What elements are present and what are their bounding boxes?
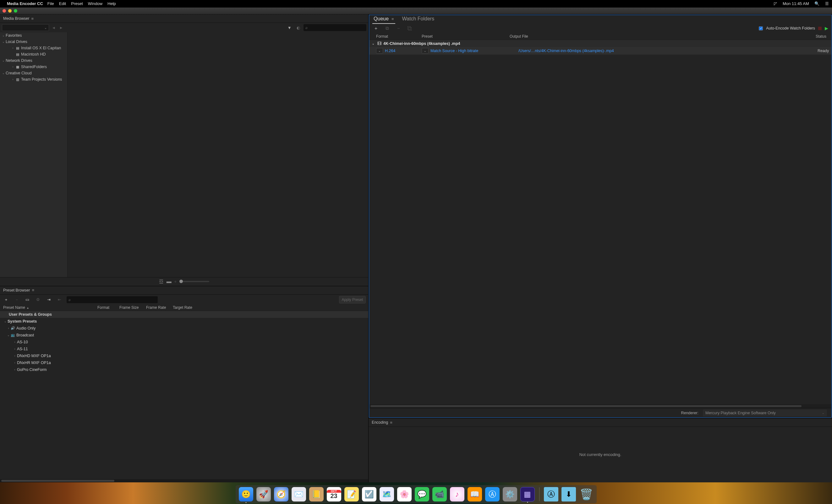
window-minimize-button[interactable] <box>8 9 11 12</box>
panel-menu-icon[interactable]: ≡ <box>390 420 392 425</box>
panel-menu-icon[interactable]: ≡ <box>391 17 394 21</box>
menu-preset[interactable]: Preset <box>71 1 83 6</box>
window-zoom-button[interactable] <box>14 9 17 12</box>
tree-creative-cloud[interactable]: ⌄Creative Cloud <box>0 70 67 76</box>
menu-file[interactable]: File <box>48 1 54 6</box>
cc-status-icon[interactable]: ◸ <box>774 1 777 6</box>
menu-window[interactable]: Window <box>88 1 102 6</box>
nav-forward-icon[interactable]: ▸ <box>58 25 64 30</box>
dock-finder-icon[interactable]: 🙂 <box>239 487 253 502</box>
dock-downloads-folder-icon[interactable]: ⬇︎ <box>562 487 576 502</box>
tree-network-drives[interactable]: ⌄Network Drives <box>0 57 67 64</box>
dock-reminders-icon[interactable]: ☑️ <box>362 487 376 502</box>
renderer-dropdown[interactable]: Mercury Playback Engine Software Only⌄ <box>703 410 827 416</box>
preset-group-audio[interactable]: ›🔊Audio Only <box>0 325 368 332</box>
dock-safari-icon[interactable]: 🧭 <box>274 487 288 502</box>
media-browser-search[interactable]: ⌕ <box>304 24 366 31</box>
dock-calendar-icon[interactable]: OCT23 <box>327 487 341 502</box>
thumbnail-size-slider[interactable] <box>179 281 209 282</box>
spotlight-icon[interactable]: 🔍 <box>814 1 820 6</box>
dock-ibooks-icon[interactable]: 📖 <box>468 487 482 502</box>
duplicate-icon[interactable]: ⿻ <box>406 26 413 31</box>
dock-mail-icon[interactable]: ✉️ <box>292 487 306 502</box>
queue-format[interactable]: H.264 <box>385 49 422 53</box>
view-list-icon[interactable]: ☲ <box>159 279 163 285</box>
preset-as11[interactable]: ›AS-11 <box>0 345 368 353</box>
preset-columns-header[interactable]: Preset Name▲ Format Frame Size Frame Rat… <box>0 305 368 311</box>
delete-preset-icon[interactable]: － <box>13 297 20 303</box>
window-close-button[interactable] <box>2 9 6 12</box>
dock-appstore-icon[interactable]: Ⓐ <box>485 487 500 502</box>
dock-syspref-icon[interactable]: ⚙️ <box>503 487 517 502</box>
menu-edit[interactable]: Edit <box>59 1 66 6</box>
panel-menu-icon[interactable]: ≡ <box>31 16 34 21</box>
queue-output-path[interactable]: /Users/…nts/4K-Chimei-inn-60mbps (4ksamp… <box>518 49 817 53</box>
menu-extras-icon[interactable]: ☰ <box>825 1 829 6</box>
queue-preset[interactable]: Match Source - High bitrate <box>431 49 518 53</box>
tab-queue[interactable]: Queue ≡ <box>372 15 395 24</box>
auto-encode-checkbox[interactable]: ✓ <box>759 26 763 30</box>
queue-output-row[interactable]: ⌄ H.264 ⌄ Match Source - High bitrate /U… <box>369 47 831 55</box>
tree-local-drives[interactable]: ⌄Local Drives <box>0 38 67 45</box>
media-browser-title: Media Browser <box>3 16 29 21</box>
preset-h-scrollbar[interactable] <box>0 479 368 482</box>
ingest-icon[interactable]: ◐ <box>295 25 302 30</box>
tree-favorites[interactable]: ⌄Favorites <box>0 32 67 38</box>
media-browser-path-combo[interactable]: ⌄ <box>2 24 49 31</box>
menu-help[interactable]: Help <box>107 1 116 6</box>
dock-launchpad-icon[interactable]: 🚀 <box>256 487 271 502</box>
dock-notes-icon[interactable]: 📝 <box>344 487 359 502</box>
preset-group-system[interactable]: ⌄System Presets <box>0 318 368 325</box>
remove-icon[interactable]: － <box>395 25 402 31</box>
preset-search[interactable]: ⌕ <box>67 296 158 303</box>
queue-columns-header[interactable]: Format Preset Output File Status <box>369 33 831 40</box>
add-output-icon[interactable]: ⧉ <box>384 25 391 31</box>
preset-settings-icon[interactable]: ⚙ <box>34 297 42 302</box>
queue-source-row[interactable]: ⌄ 🎞 4K-Chimei-inn-60mbps (4ksamples) .mp… <box>369 40 831 47</box>
preset-dnxhr[interactable]: ›DNxHR MXF OP1a <box>0 359 368 366</box>
tree-team-projects[interactable]: ›▥Team Projects Versions <box>0 76 67 83</box>
dock-photos-icon[interactable]: 🌸 <box>397 487 412 502</box>
tab-watch-folders[interactable]: Watch Folders <box>401 15 436 24</box>
filter-icon[interactable]: ▼ <box>286 25 293 30</box>
mac-menubar: Media Encoder CC File Edit Preset Window… <box>0 0 832 7</box>
new-preset-icon[interactable]: ＋ <box>2 297 9 303</box>
media-browser-content[interactable] <box>68 32 368 277</box>
import-preset-icon[interactable]: ⇥ <box>45 297 52 302</box>
dock-contacts-icon[interactable]: 📒 <box>309 487 323 502</box>
dock-messages-icon[interactable]: 💬 <box>415 487 429 502</box>
new-group-icon[interactable]: ▭ <box>24 297 31 302</box>
dock-media-encoder-icon[interactable]: ▦ <box>520 487 535 502</box>
dock-maps-icon[interactable]: 🗺️ <box>380 487 394 502</box>
preset-gopro[interactable]: ›GoPro CineForm <box>0 366 368 373</box>
tree-drive-macintoshhd[interactable]: ▤Macintosh HD <box>0 51 67 57</box>
dock-trash-icon[interactable]: 🗑️ <box>579 487 594 502</box>
dock-facetime-icon[interactable]: 📹 <box>432 487 447 502</box>
tree-shared-folders[interactable]: ›▦SharedFolders <box>0 64 67 70</box>
queue-h-scrollbar[interactable] <box>369 404 831 408</box>
stop-queue-button[interactable] <box>818 27 822 30</box>
preset-as10[interactable]: ›AS-10 <box>0 339 368 345</box>
menubar-clock[interactable]: Mon 11:45 AM <box>783 1 809 6</box>
desktop[interactable]: 🙂 🚀 🧭 ✉️ 📒 OCT23 📝 ☑️ 🗺️ 🌸 💬 📹 ♪ 📖 Ⓐ ⚙️ … <box>0 482 832 504</box>
media-browser-tree[interactable]: ⌄Favorites ⌄Local Drives ›▤Install OS X … <box>0 32 68 277</box>
dock-itunes-icon[interactable]: ♪ <box>450 487 464 502</box>
add-source-icon[interactable]: ＋ <box>372 25 379 31</box>
preset-group-user[interactable]: User Presets & Groups <box>0 311 368 318</box>
tree-drive-installosx[interactable]: ›▤Install OS X El Capitan <box>0 45 67 51</box>
panel-menu-icon[interactable]: ≡ <box>32 288 34 292</box>
start-queue-button[interactable]: ▶ <box>825 26 828 31</box>
apply-preset-button[interactable]: Apply Preset <box>339 296 366 304</box>
auto-encode-label[interactable]: Auto-Encode Watch Folders <box>766 26 815 30</box>
format-dropdown[interactable]: ⌄ <box>376 48 383 54</box>
preset-group-broadcast[interactable]: ⌄📺Broadcast <box>0 332 368 339</box>
export-preset-icon[interactable]: ⇤ <box>56 297 63 302</box>
view-thumb-icon[interactable]: ▬ <box>166 279 172 284</box>
app-name[interactable]: Media Encoder CC <box>7 1 43 6</box>
window-titlebar[interactable] <box>0 7 832 15</box>
nav-back-icon[interactable]: ◂ <box>51 25 56 30</box>
dock-applications-folder-icon[interactable]: Ⓐ <box>544 487 558 502</box>
preset-dnxhd[interactable]: ›DNxHD MXF OP1a <box>0 353 368 359</box>
preset-dropdown[interactable]: ⌄ <box>422 48 428 54</box>
drive-icon: ▤ <box>15 52 20 56</box>
